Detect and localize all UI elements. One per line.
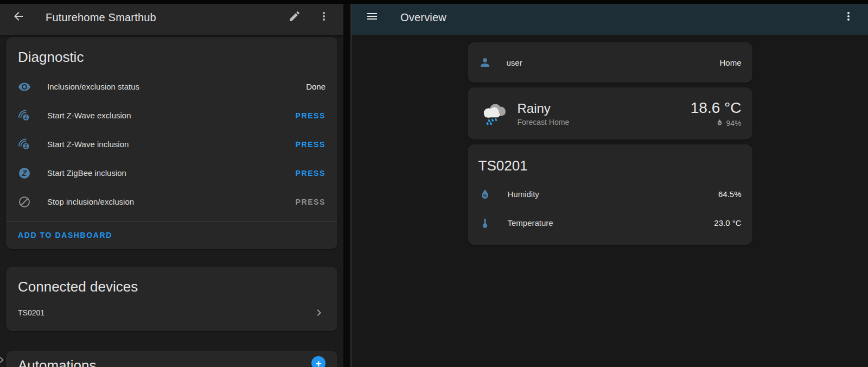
row-label: Start ZigBee inclusion	[47, 168, 296, 178]
svg-text:%: %	[483, 193, 487, 198]
arrow-back-icon	[12, 10, 25, 25]
rainy-cloud-icon	[478, 98, 510, 129]
device-detail-panel: Futurehome Smarthub Diagnostic Inclusion…	[0, 0, 343, 367]
diagnostic-card-title: Diagnostic	[6, 37, 337, 72]
dots-vertical-icon	[317, 10, 330, 25]
row-label: Start Z-Wave inclusion	[47, 140, 296, 149]
row-label: Stop inclusion/exclusion	[47, 197, 296, 206]
row-value: Done	[306, 82, 326, 91]
zigbee-icon: Z	[18, 167, 31, 180]
person-icon	[478, 56, 492, 69]
connected-device-item-ts0201[interactable]: TS0201	[6, 302, 337, 331]
connected-devices-card: Connected devices TS0201	[6, 267, 337, 331]
ts0201-card: TS0201 % Humidity 64.5% Temperature 23.0…	[468, 144, 752, 245]
diagnostic-card: Diagnostic Inclusion/exclusion status Do…	[6, 37, 337, 249]
left-overflow-menu-button[interactable]	[317, 11, 330, 24]
humidity-row[interactable]: % Humidity 64.5%	[468, 180, 752, 208]
zwave-icon: Z	[18, 109, 31, 122]
diagnostic-row-inclusion-status: Inclusion/exclusion status Done	[6, 72, 337, 101]
press-button[interactable]: PRESS	[296, 111, 326, 120]
edit-button[interactable]	[288, 11, 301, 24]
window-divider	[343, 0, 350, 367]
eye-icon	[18, 80, 31, 93]
thermometer-icon	[478, 217, 492, 230]
svg-text:%: %	[719, 121, 722, 124]
press-button-disabled: PRESS	[296, 198, 326, 206]
user-entity-state: Home	[719, 58, 741, 67]
press-button[interactable]: PRESS	[296, 169, 326, 178]
row-value: 23.0 °C	[714, 218, 741, 227]
overview-panel: Overview user Home	[350, 0, 868, 367]
add-automation-button[interactable]: +	[311, 356, 326, 367]
press-button[interactable]: PRESS	[296, 140, 326, 149]
left-scroll-area[interactable]: Diagnostic Inclusion/exclusion status Do…	[0, 35, 343, 367]
svg-text:Z: Z	[24, 143, 28, 149]
connected-devices-title: Connected devices	[6, 267, 337, 302]
automations-title: Automations	[18, 355, 97, 367]
device-name: TS0201	[18, 308, 44, 317]
sidebar-toggle-button[interactable]	[366, 11, 379, 24]
row-label: Temperature	[508, 218, 714, 227]
diagnostic-card-footer: ADD TO DASHBOARD	[6, 222, 337, 249]
weather-card[interactable]: Rainy Forecast Home 18.6 °C % 94%	[468, 87, 752, 140]
right-overflow-menu-button[interactable]	[842, 11, 855, 24]
block-icon	[18, 195, 31, 208]
page-title: Futurehome Smarthub	[46, 11, 156, 24]
row-label: Humidity	[508, 189, 718, 199]
hamburger-menu-icon	[366, 10, 379, 25]
user-entity-name: user	[507, 58, 720, 67]
dots-vertical-icon	[842, 10, 855, 25]
left-app-bar: Futurehome Smarthub	[0, 0, 343, 35]
diagnostic-row-zwave-exclusion: Z Start Z-Wave exclusion PRESS	[6, 101, 337, 130]
row-label: Start Z-Wave exclusion	[47, 111, 296, 120]
edge-chevron-icon	[0, 353, 8, 367]
temperature-row[interactable]: Temperature 23.0 °C	[468, 208, 752, 237]
weather-humidity: 94%	[726, 119, 741, 128]
dashboard-column[interactable]: user Home	[352, 35, 868, 367]
right-app-bar: Overview	[352, 0, 868, 35]
weather-temperature: 18.6 °C	[691, 99, 742, 117]
zwave-icon: Z	[18, 138, 31, 151]
weather-entity-name: Forecast Home	[518, 118, 691, 126]
user-entity-card[interactable]: user Home	[468, 42, 752, 83]
diagnostic-row-stop: Stop inclusion/exclusion PRESS	[6, 187, 337, 216]
row-label: Inclusion/exclusion status	[47, 82, 306, 91]
chevron-right-icon	[312, 306, 326, 319]
svg-text:Z: Z	[22, 169, 27, 178]
svg-text:Z: Z	[24, 115, 28, 120]
water-percent-icon: %	[716, 118, 724, 128]
automations-card: Automations +	[6, 351, 337, 367]
pencil-icon	[288, 10, 301, 25]
row-value: 64.5%	[718, 189, 742, 199]
back-button[interactable]	[12, 11, 25, 24]
window-top-edge	[0, 0, 868, 4]
weather-state: Rainy	[518, 101, 691, 116]
add-to-dashboard-button[interactable]: ADD TO DASHBOARD	[18, 231, 112, 239]
overview-title: Overview	[400, 11, 446, 24]
diagnostic-row-zwave-inclusion: Z Start Z-Wave inclusion PRESS	[6, 130, 337, 159]
humidity-icon: %	[478, 188, 492, 201]
diagnostic-row-zigbee-inclusion: Z Start ZigBee inclusion PRESS	[6, 159, 337, 187]
plus-icon: +	[315, 358, 321, 367]
ts0201-card-title: TS0201	[468, 144, 752, 180]
